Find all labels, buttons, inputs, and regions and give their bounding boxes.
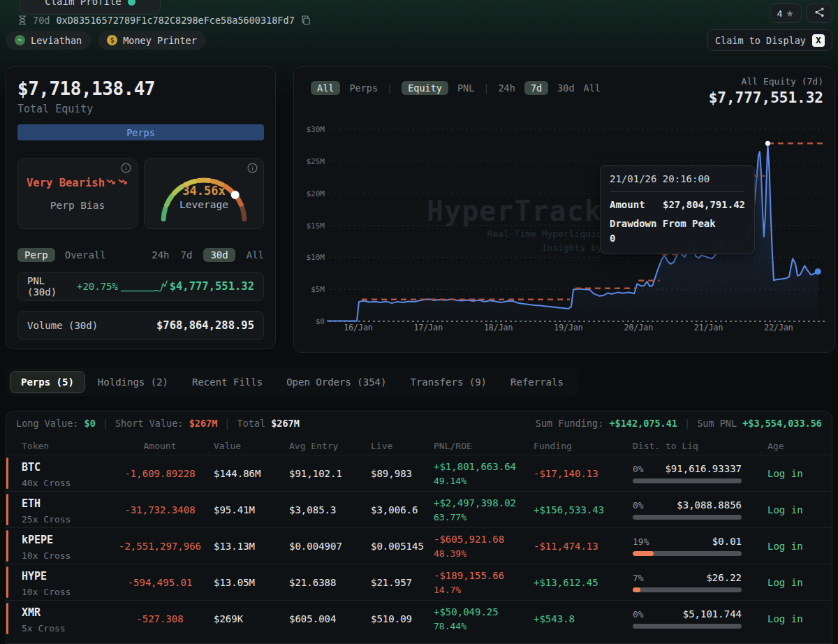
- liq-progress-bar: [633, 515, 742, 520]
- log-in-link[interactable]: Log in: [767, 613, 803, 624]
- liq-price: $5,101.744: [683, 608, 742, 620]
- funding-cell: +$13,612.45: [523, 577, 626, 588]
- token-cell: HYPE 10x Cross: [16, 564, 111, 600]
- liq-price: $0.01: [712, 536, 742, 547]
- table-row-btc[interactable]: BTC 40x Cross-1,609.89228$144.86M$91,102…: [6, 455, 832, 491]
- pnl-label: PNL (30d): [27, 275, 71, 298]
- svg-text:19/Jan: 19/Jan: [554, 323, 583, 332]
- tab-perps-5[interactable]: Perps (5): [10, 371, 85, 393]
- total-label: Total: [237, 418, 265, 429]
- chart-tooltip: 21/01/26 20:16:00 Amount $27,804,791.42 …: [600, 165, 755, 254]
- stars-button[interactable]: 4 ★: [770, 3, 802, 23]
- chart-filter-perps[interactable]: Perps: [349, 82, 378, 94]
- tab-open-orders-354[interactable]: Open Orders (354): [275, 371, 397, 393]
- tab-holdings-2[interactable]: Holdings (2): [87, 371, 179, 393]
- filter-perp[interactable]: Perp: [17, 248, 55, 262]
- chart-filter-row: AllPerps|EquityPNL|24h7d30dAll: [311, 81, 601, 95]
- column-header-token: Token: [16, 441, 111, 451]
- copy-icon[interactable]: [301, 15, 311, 25]
- chart-filter-pnl[interactable]: PNL: [457, 82, 474, 94]
- chart-filter-30d[interactable]: 30d: [557, 82, 574, 94]
- svg-text:$10M: $10M: [307, 253, 325, 262]
- divider: |: [224, 418, 230, 429]
- amount-cell: -1,609.89228: [124, 468, 195, 479]
- log-in-link[interactable]: Log in: [767, 504, 803, 515]
- avg-entry-cell: $0.004907: [284, 541, 360, 552]
- claim-profile-button[interactable]: Claim Profile: [20, 0, 161, 15]
- divider: |: [483, 82, 489, 94]
- age-cell: Log in: [744, 503, 832, 516]
- perp-bias-value: Very Bearish: [27, 177, 128, 189]
- tag-leviathan[interactable]: ~ Leviathan: [6, 31, 91, 50]
- funding-cell: -$17,140.13: [523, 468, 626, 479]
- avg-entry-cell: $605.004: [284, 613, 360, 624]
- pnl-value: -$189,155.66: [434, 570, 523, 581]
- liq-percent: 7%: [633, 573, 644, 583]
- chart-filter-all[interactable]: All: [584, 82, 601, 94]
- dist-to-liq-cell: 0% $5,101.744: [626, 608, 744, 629]
- table-row-hype[interactable]: HYPE 10x Cross-594,495.01$13.05M$21.6388…: [6, 564, 832, 600]
- perps-button[interactable]: Perps: [17, 124, 264, 140]
- live-price-cell: $3,006.6: [360, 504, 428, 515]
- pnl-roe-cell: -$189,155.6614.7%: [428, 570, 523, 595]
- filter-overall[interactable]: Overall: [65, 249, 106, 261]
- dist-to-liq-cell: 0% $3,088.8856: [626, 499, 744, 520]
- tag-label: Leviathan: [31, 35, 82, 46]
- tag-money-printer[interactable]: $ Money Printer: [98, 31, 206, 50]
- tab-referrals[interactable]: Referrals: [499, 371, 575, 393]
- total-equity-value: $7,718,138.47: [17, 78, 264, 99]
- leverage-label: Leverage: [145, 199, 263, 210]
- volume-card: Volume (30d) $768,864,288.95: [17, 311, 264, 340]
- pnl-value: -$605,921.68: [434, 534, 523, 545]
- filter-7d[interactable]: 7d: [181, 249, 193, 261]
- chart-filter-equity[interactable]: Equity: [402, 81, 448, 95]
- tab-transfers-9[interactable]: Transfers (9): [399, 371, 498, 393]
- dist-to-liq-cell: 7% $26.22: [626, 572, 744, 592]
- pnl-roe-cell: +$50,049.2578.44%: [428, 606, 523, 631]
- filter-30d[interactable]: 30d: [203, 248, 235, 262]
- table-row-xmr[interactable]: XMR 5x Cross-527.308$269K$605.004$510.09…: [6, 600, 832, 636]
- dist-to-liq-cell: 0% $91,616.93337: [626, 463, 744, 483]
- chart-filter-all[interactable]: All: [311, 81, 340, 95]
- table-row-eth[interactable]: ETH 25x Cross-31,732.3408$95.41M$3,085.3…: [6, 491, 832, 527]
- total-value: $267M: [271, 418, 300, 429]
- chart-filter-24h[interactable]: 24h: [498, 82, 515, 94]
- pnl-roe-cell: +$2,497,398.0263.77%: [428, 497, 523, 522]
- short-value: $267M: [189, 418, 218, 429]
- table-row-kpepe[interactable]: kPEPE 10x Cross-2,551,297,966$13.13M$0.0…: [6, 527, 832, 564]
- claim-to-display-button[interactable]: Claim to Display X: [707, 29, 832, 51]
- sum-funding-label: Sum Funding:: [536, 418, 604, 429]
- roe-value: 49.14%: [434, 476, 523, 486]
- filter-all[interactable]: All: [247, 249, 264, 261]
- log-in-link[interactable]: Log in: [767, 468, 803, 479]
- liq-percent: 0%: [633, 464, 644, 474]
- token-leverage: 25x Cross: [22, 514, 111, 525]
- svg-text:22/Jan: 22/Jan: [764, 323, 793, 332]
- star-count: 4: [777, 8, 783, 19]
- equity-panel: $7,718,138.47 Total Equity Perps Very Be…: [6, 66, 276, 349]
- column-header-avg-entry: Avg Entry: [284, 441, 360, 451]
- svg-text:$20M: $20M: [307, 189, 325, 198]
- info-icon[interactable]: [121, 163, 131, 176]
- account-age: 70d: [33, 15, 50, 26]
- filter-24h[interactable]: 24h: [152, 249, 169, 261]
- column-header-amount: Amount: [111, 441, 209, 451]
- chart-equity-summary: All Equity (7d) $7,777,551.32: [709, 76, 823, 106]
- log-in-link[interactable]: Log in: [767, 541, 803, 552]
- share-button[interactable]: [807, 3, 832, 23]
- long-value-label: Long Value:: [16, 418, 78, 429]
- tooltip-amount-label: Amount: [610, 199, 645, 210]
- chart-filter-7d[interactable]: 7d: [524, 81, 548, 95]
- value-cell: $95.41M: [209, 504, 284, 515]
- pnl-value: +$2,497,398.02: [434, 497, 523, 508]
- log-in-link[interactable]: Log in: [767, 577, 803, 588]
- table-header-row: TokenAmountValueAvg EntryLivePNL/ROEFund…: [6, 437, 832, 455]
- live-price-cell: $0.005145: [360, 541, 428, 552]
- tab-recent-fills[interactable]: Recent Fills: [181, 371, 274, 393]
- hourglass-icon: [18, 15, 27, 25]
- svg-text:$5M: $5M: [311, 285, 325, 294]
- tags-row: ~ Leviathan $ Money Printer Claim to Dis…: [6, 29, 832, 51]
- trending-down-icon: [118, 177, 128, 189]
- token-cell: kPEPE 10x Cross: [16, 528, 111, 564]
- chart-panel: $0$5M$10M$15M$20M$25M$30M16/Jan17/Jan18/…: [293, 66, 835, 353]
